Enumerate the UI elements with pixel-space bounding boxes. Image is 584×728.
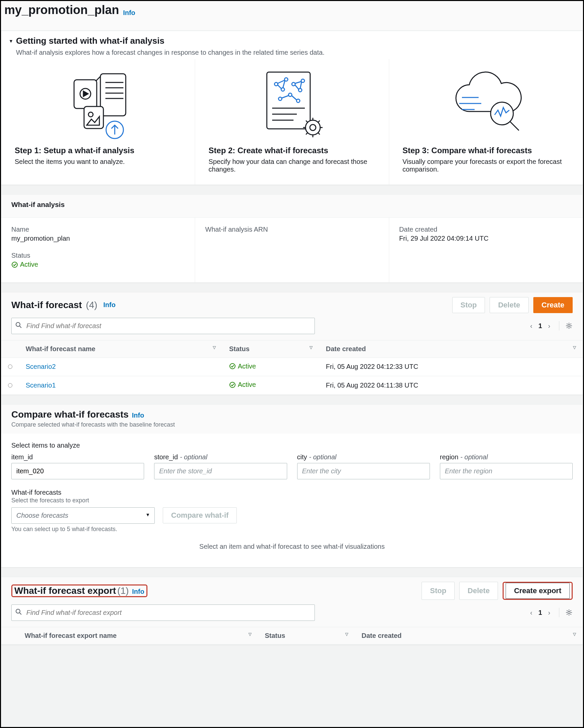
forecasts-info-link[interactable]: Info: [103, 301, 116, 309]
city-opt: - optional: [309, 453, 336, 461]
pager-next-icon[interactable]: ›: [548, 609, 550, 617]
forecasts-panel: What-if forecast (4) Info Stop Delete Cr…: [1, 292, 583, 395]
analysis-col-1: Name my_promotion_plan Status Active: [1, 218, 195, 282]
col-date[interactable]: Date created ▽: [319, 340, 583, 358]
forecasts-delete-button[interactable]: Delete: [490, 297, 528, 313]
svg-point-45: [12, 262, 17, 267]
status-label: Status: [11, 252, 185, 259]
col-export-status-label: Status: [265, 632, 285, 639]
settings-gear-icon[interactable]: [559, 608, 573, 617]
col-status-label: Status: [229, 345, 249, 353]
forecasts-search-box: [11, 318, 315, 334]
compare-body: Select items to analyze item_id store_id…: [1, 434, 583, 567]
col-export-status[interactable]: Status ▽: [258, 627, 355, 644]
row-select-radio[interactable]: [8, 383, 12, 388]
settings-gear-icon[interactable]: [559, 321, 573, 331]
svg-line-53: [567, 324, 568, 324]
step2-illustration-icon: [208, 67, 375, 143]
compare-heading: Compare what-if forecasts: [11, 409, 129, 420]
exports-search-input[interactable]: [11, 604, 315, 621]
exports-toolbar: What-if forecast export (1) Info Stop De…: [1, 577, 583, 604]
step3-desc: Visually compare your forecasts or expor…: [402, 158, 569, 173]
svg-line-24: [295, 85, 299, 89]
compare-button[interactable]: Compare what-if: [163, 508, 237, 523]
store-id-opt: - optional: [180, 453, 207, 461]
analysis-heading: What-if analysis: [11, 201, 573, 209]
forecasts-select[interactable]: Choose forecasts: [11, 508, 155, 524]
forecasts-stop-button[interactable]: Stop: [452, 297, 485, 313]
row-date: Fri, 05 Aug 2022 04:12:33 UTC: [319, 358, 583, 376]
page-title-bar: my_promotion_plan Info: [1, 1, 583, 31]
check-circle-icon: [229, 363, 236, 369]
region-label: region: [440, 453, 458, 461]
svg-line-18: [277, 85, 281, 89]
forecast-link[interactable]: Scenario2: [26, 363, 56, 370]
select-col-header: [1, 340, 19, 358]
sort-icon: ▽: [309, 345, 312, 350]
svg-point-25: [278, 97, 282, 101]
analyze-fields: item_id store_id- optional city- optiona…: [11, 453, 573, 479]
date-value: Fri, 29 Jul 2022 04:09:14 UTC: [399, 235, 573, 242]
svg-line-28: [281, 96, 289, 98]
region-input[interactable]: [440, 463, 573, 479]
row-status: Active: [229, 363, 256, 370]
exports-stop-button[interactable]: Stop: [422, 582, 454, 600]
step1-title: Step 1: Setup a what-if analysis: [15, 146, 182, 155]
forecast-link[interactable]: Scenario1: [26, 382, 56, 389]
page-info-link[interactable]: Info: [123, 9, 135, 16]
svg-line-22: [295, 81, 302, 83]
svg-line-67: [571, 614, 571, 615]
row-status: Active: [229, 381, 256, 389]
exports-panel: What-if forecast export (1) Info Stop De…: [1, 577, 583, 645]
col-export-name-label: What-if forecast export name: [25, 632, 117, 639]
getting-started-title: Getting started with what-if analysis: [16, 36, 573, 46]
pager-prev-icon[interactable]: ‹: [530, 322, 533, 330]
pager-prev-icon[interactable]: ‹: [530, 609, 533, 617]
svg-line-69: [571, 610, 571, 611]
forecasts-select-sub: Select the forecasts to export: [11, 497, 573, 504]
analysis-col-2: What-if analysis ARN: [195, 218, 389, 282]
forecasts-count: (4): [86, 300, 98, 310]
compare-info-link[interactable]: Info: [132, 412, 144, 419]
row-select-radio[interactable]: [8, 364, 12, 369]
forecasts-create-button[interactable]: Create: [533, 297, 573, 313]
create-export-button[interactable]: Create export: [506, 583, 569, 599]
forecasts-search-input[interactable]: [11, 318, 315, 334]
step1-illustration-icon: [15, 67, 182, 143]
col-export-name[interactable]: What-if forecast export name ▽: [18, 627, 258, 644]
col-status[interactable]: Status ▽: [222, 340, 319, 358]
col-name[interactable]: What-if forecast name ▽: [19, 340, 222, 358]
date-label: Date created: [399, 226, 573, 233]
step3-title: Step 3: Compare what-if forecasts: [402, 146, 569, 155]
exports-count: (1): [117, 586, 129, 596]
check-circle-icon: [229, 382, 236, 388]
exports-search-box: [11, 604, 315, 621]
svg-point-48: [568, 325, 570, 327]
city-input[interactable]: [297, 463, 430, 479]
col-export-date[interactable]: Date created ▽: [355, 627, 583, 644]
getting-started-header[interactable]: ▼ Getting started with what-if analysis …: [1, 31, 583, 59]
compare-sub: Compare selected what-if forecasts with …: [11, 421, 175, 428]
exports-heading-highlight: What-if forecast export (1) Info: [11, 584, 147, 597]
pager-num: 1: [538, 322, 542, 330]
item-id-input[interactable]: [11, 463, 144, 479]
status-text: Active: [20, 261, 38, 268]
svg-point-59: [16, 609, 20, 613]
forecasts-toolbar: What-if forecast (4) Info Stop Delete Cr…: [1, 292, 583, 318]
viz-hint: Select an item and what-if forecast to s…: [11, 533, 573, 554]
step2-title: Step 2: Create what-if forecasts: [208, 146, 375, 155]
exports-pager: ‹ 1 ›: [530, 608, 573, 617]
svg-point-58: [230, 382, 235, 388]
pager-next-icon[interactable]: ›: [548, 322, 550, 330]
svg-line-23: [300, 82, 302, 89]
store-id-input[interactable]: [154, 463, 287, 479]
table-row: Scenario1ActiveFri, 05 Aug 2022 04:11:38…: [1, 376, 583, 394]
exports-info-link[interactable]: Info: [132, 588, 144, 595]
svg-line-38: [306, 133, 307, 134]
search-icon: [15, 608, 22, 617]
col-date-label: Date created: [326, 345, 366, 353]
forecasts-heading: What-if forecast: [11, 300, 82, 310]
exports-delete-button[interactable]: Delete: [459, 582, 498, 600]
exports-heading: What-if forecast export: [15, 586, 116, 596]
svg-line-36: [306, 121, 307, 122]
